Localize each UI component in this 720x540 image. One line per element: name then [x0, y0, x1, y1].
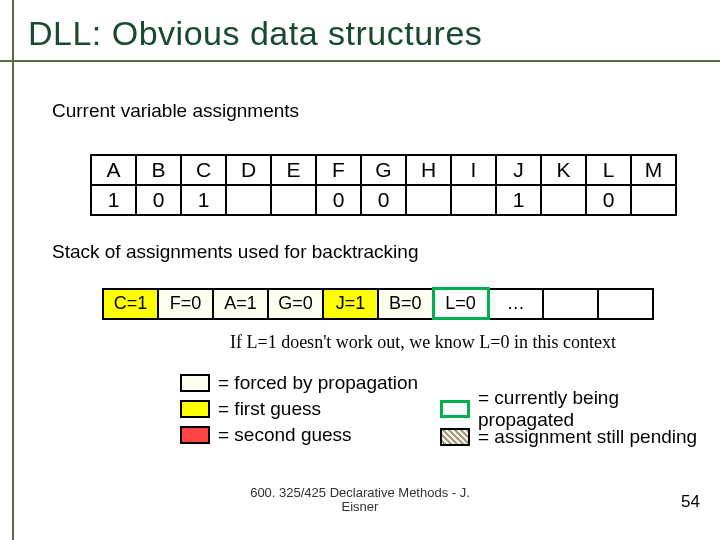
cell: 0 [136, 185, 181, 215]
cell [631, 185, 676, 215]
subhead-stack: Stack of assignments used for backtracki… [52, 241, 418, 263]
cell: C=1 [103, 289, 158, 319]
legend-label: = second guess [218, 424, 352, 446]
cell [271, 185, 316, 215]
variable-table: A B C D E F G H I J K L M 1 0 1 0 0 1 0 [90, 154, 677, 216]
legend-label: = first guess [218, 398, 321, 420]
cell [451, 185, 496, 215]
stack-table: C=1 F=0 A=1 G=0 J=1 B=0 L=0 … [102, 287, 654, 320]
cell: H [406, 155, 451, 185]
slide-number: 54 [681, 492, 700, 512]
cell: C [181, 155, 226, 185]
cell [541, 185, 586, 215]
cell: E [271, 155, 316, 185]
left-rule [12, 0, 14, 540]
cell: J=1 [323, 289, 378, 319]
cell: A [91, 155, 136, 185]
cell: F=0 [158, 289, 213, 319]
legend-row: = currently being propagated [440, 395, 720, 423]
cell: K [541, 155, 586, 185]
swatch-forced-icon [180, 374, 210, 392]
legend-label: = forced by propagation [218, 372, 418, 394]
cell: L [586, 155, 631, 185]
page-title: DLL: Obvious data structures [28, 14, 482, 53]
cell: 1 [496, 185, 541, 215]
cell: 1 [181, 185, 226, 215]
table-row: A B C D E F G H I J K L M [91, 155, 676, 185]
cell: 0 [316, 185, 361, 215]
cell: L=0 [433, 289, 488, 319]
cell: G [361, 155, 406, 185]
cell: G=0 [268, 289, 323, 319]
cell: D [226, 155, 271, 185]
swatch-pending-icon [440, 428, 470, 446]
cell: B=0 [378, 289, 433, 319]
table-row: 1 0 1 0 0 1 0 [91, 185, 676, 215]
cell [226, 185, 271, 215]
cell: … [488, 289, 543, 319]
footer-line1: 600. 325/425 Declarative Methods - J. [0, 486, 720, 500]
cell [598, 289, 653, 319]
cell: B [136, 155, 181, 185]
footer-line2: Eisner [0, 500, 720, 514]
cell: J [496, 155, 541, 185]
legend-row: = forced by propagation [180, 370, 418, 396]
legend-label: = currently being propagated [478, 387, 720, 431]
cell [406, 185, 451, 215]
legend-row: = second guess [180, 422, 418, 448]
cell: M [631, 155, 676, 185]
cell: 0 [586, 185, 631, 215]
footer: 600. 325/425 Declarative Methods - J. Ei… [0, 486, 720, 515]
cell [543, 289, 598, 319]
table-row: C=1 F=0 A=1 G=0 J=1 B=0 L=0 … [103, 289, 653, 319]
swatch-propagating-icon [440, 400, 470, 418]
context-note: If L=1 doesn't work out, we know L=0 in … [230, 332, 616, 353]
swatch-first-icon [180, 400, 210, 418]
cell: F [316, 155, 361, 185]
cell: A=1 [213, 289, 268, 319]
legend-right: = currently being propagated = assignmen… [440, 395, 720, 451]
legend-left: = forced by propagation = first guess = … [180, 370, 418, 448]
legend-row: = assignment still pending [440, 423, 720, 451]
subhead-current: Current variable assignments [52, 100, 299, 122]
swatch-second-icon [180, 426, 210, 444]
cell: I [451, 155, 496, 185]
cell: 1 [91, 185, 136, 215]
title-underline [0, 60, 720, 62]
legend-label: = assignment still pending [478, 426, 697, 448]
cell: 0 [361, 185, 406, 215]
legend-row: = first guess [180, 396, 418, 422]
